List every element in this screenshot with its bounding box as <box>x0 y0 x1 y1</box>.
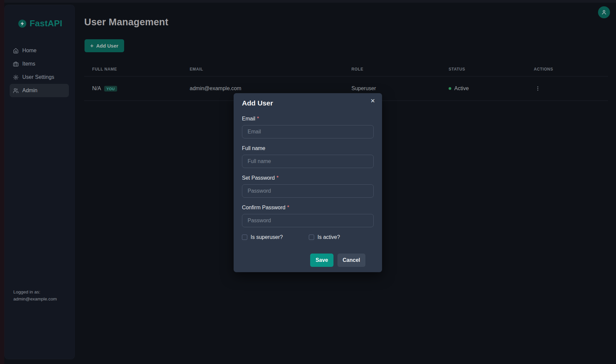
brand-logo[interactable]: FastAPI <box>18 18 75 29</box>
kebab-icon <box>535 86 540 91</box>
table-header-row: Full name Email Role Status Actions <box>84 62 608 77</box>
status-active-dot <box>449 87 451 90</box>
confirm-password-label: Confirm Password* <box>242 205 374 211</box>
field-set-password: Set Password* <box>242 175 374 198</box>
add-user-modal: Add User ✕ Email* Full name Set Password… <box>234 93 382 272</box>
sidebar-item-admin[interactable]: Admin <box>10 84 69 97</box>
required-asterisk: * <box>277 175 279 181</box>
full-name-label: Full name <box>242 145 374 152</box>
cancel-button[interactable]: Cancel <box>337 254 365 267</box>
home-icon <box>13 48 19 54</box>
column-header-email: Email <box>182 67 343 72</box>
fastapi-logo-icon <box>18 20 26 28</box>
status-value: Active <box>454 86 469 91</box>
brand-name: FastAPI <box>30 18 62 29</box>
gear-icon <box>13 75 19 80</box>
required-asterisk: * <box>257 116 259 121</box>
users-icon <box>13 88 19 93</box>
page-title: User Management <box>84 17 168 28</box>
window-left-edge <box>0 0 4 364</box>
field-confirm-password: Confirm Password* <box>242 205 374 227</box>
briefcase-icon <box>13 61 19 67</box>
checkbox-box-icon <box>309 235 314 240</box>
full-name-value: N/A <box>92 86 101 91</box>
column-header-actions: Actions <box>526 67 608 72</box>
column-header-role: Role <box>343 67 441 72</box>
sidebar-item-label: Home <box>22 48 37 54</box>
you-badge: YOU <box>104 86 117 91</box>
modal-header: Add User ✕ <box>234 93 382 107</box>
row-actions-menu-button[interactable] <box>534 85 542 92</box>
add-user-button[interactable]: + Add User <box>85 39 124 52</box>
sidebar-item-home[interactable]: Home <box>10 44 69 57</box>
person-icon <box>601 9 607 15</box>
save-button[interactable]: Save <box>310 254 333 267</box>
field-email: Email* <box>242 116 374 138</box>
sidebar-item-label: Items <box>22 61 35 67</box>
add-user-label: Add User <box>96 43 118 49</box>
logged-in-info: Logged in as: admin@example.com <box>13 288 57 302</box>
cell-role: Superuser <box>343 86 441 91</box>
cell-actions <box>526 85 608 92</box>
cell-full-name: N/A YOU <box>84 86 182 91</box>
email-input[interactable] <box>242 125 374 138</box>
cell-status: Active <box>441 86 526 91</box>
close-icon[interactable]: ✕ <box>367 96 378 106</box>
checkbox-box-icon <box>242 235 247 240</box>
logged-in-email: admin@example.com <box>13 295 57 302</box>
sidebar-item-items[interactable]: Items <box>10 57 69 71</box>
confirm-password-input[interactable] <box>242 214 374 227</box>
sidebar-item-user-settings[interactable]: User Settings <box>10 71 69 84</box>
is-active-label: Is active? <box>317 234 340 240</box>
logged-in-label: Logged in as: <box>13 288 57 295</box>
user-menu-button[interactable] <box>598 6 610 18</box>
email-label: Email* <box>242 116 374 122</box>
sidebar-nav: Home Items User Settings Admin <box>5 44 75 97</box>
sidebar-item-label: Admin <box>22 88 37 93</box>
window-top-edge <box>0 0 616 3</box>
modal-body: Email* Full name Set Password* Confirm P… <box>234 107 382 267</box>
modal-checkboxes: Is superuser? Is active? <box>242 234 374 240</box>
column-header-full-name: Full name <box>84 67 182 72</box>
required-asterisk: * <box>287 205 289 210</box>
field-full-name: Full name <box>242 145 374 168</box>
column-header-status: Status <box>441 67 526 72</box>
is-superuser-checkbox[interactable]: Is superuser? <box>242 234 309 240</box>
set-password-input[interactable] <box>242 184 374 198</box>
full-name-input[interactable] <box>242 155 374 168</box>
modal-title: Add User <box>242 99 374 107</box>
is-active-checkbox[interactable]: Is active? <box>309 234 340 240</box>
set-password-label: Set Password* <box>242 175 374 182</box>
plus-icon: + <box>90 43 94 49</box>
sidebar: FastAPI Home Items User Settings Admin <box>4 5 75 359</box>
modal-footer: Save Cancel <box>242 254 374 267</box>
cell-email: admin@example.com <box>182 86 343 91</box>
is-superuser-label: Is superuser? <box>251 234 283 240</box>
sidebar-item-label: User Settings <box>22 74 54 80</box>
